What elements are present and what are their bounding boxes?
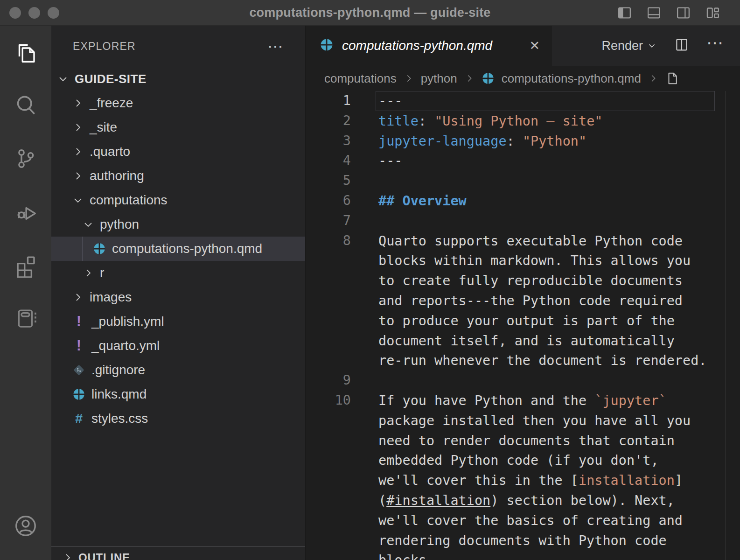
tab-computations-python-qmd[interactable]: computations-python.qmd ✕ bbox=[306, 26, 552, 66]
code-line[interactable]: 1--- bbox=[306, 91, 740, 111]
notebook-icon[interactable] bbox=[13, 306, 38, 331]
tree-item-site[interactable]: _site bbox=[51, 115, 305, 140]
chevron-right-icon bbox=[62, 552, 74, 560]
tree-item-styles-css[interactable]: #styles.css bbox=[51, 406, 305, 431]
toggle-panel-icon[interactable] bbox=[645, 4, 663, 21]
tree-item-r[interactable]: r bbox=[51, 261, 305, 285]
code-line[interactable]: we'll cover this in the [installation] bbox=[306, 470, 740, 490]
line-number bbox=[306, 531, 351, 551]
outline-label: OUTLINE bbox=[78, 551, 130, 560]
code-line-text: If you have Python and the `jupyter` bbox=[376, 391, 715, 411]
tree-item-computations-python-qmd[interactable]: computations-python.qmd bbox=[51, 237, 305, 261]
tree-item-gitignore[interactable]: .gitignore bbox=[51, 358, 305, 382]
breadcrumb-file[interactable]: computations-python.qmd bbox=[502, 71, 641, 86]
code-editor[interactable]: 1---2title: "Using Python — site"3jupyte… bbox=[306, 91, 740, 560]
code-line-text: we'll cover the basics of creating and bbox=[376, 511, 715, 531]
tree-item-label: images bbox=[90, 290, 132, 305]
code-line[interactable]: and reports---the Python code required bbox=[306, 291, 740, 311]
line-number bbox=[306, 271, 351, 291]
wrap-column-ruler bbox=[725, 91, 726, 560]
code-line-text: package installed then you have all you bbox=[376, 411, 715, 431]
tree-item-label: _publish.yml bbox=[91, 314, 164, 329]
tree-item-label: _freeze bbox=[90, 96, 133, 111]
split-editor-icon[interactable] bbox=[674, 37, 690, 55]
tree-item-label: .gitignore bbox=[91, 363, 145, 378]
code-line[interactable]: need to render documents that contain bbox=[306, 431, 740, 451]
search-icon[interactable] bbox=[13, 93, 38, 118]
code-line-text: (#installation) section below). Next, bbox=[376, 490, 715, 511]
line-number: 5 bbox=[306, 171, 351, 191]
code-line-text: and reports---the Python code required bbox=[376, 291, 715, 311]
code-line[interactable]: 3jupyter-language: "Python" bbox=[306, 131, 740, 151]
close-tab-icon[interactable]: ✕ bbox=[529, 38, 540, 53]
code-line[interactable]: embedded Python code (if you don't, bbox=[306, 450, 740, 470]
render-button[interactable]: Render bbox=[601, 39, 657, 53]
tree-item-authoring[interactable]: authoring bbox=[51, 164, 305, 188]
extensions-icon[interactable] bbox=[13, 252, 38, 278]
tree-item-python[interactable]: python bbox=[51, 212, 305, 237]
line-number: 4 bbox=[306, 151, 351, 171]
line-number bbox=[306, 251, 351, 271]
code-line[interactable]: (#installation) section below). Next, bbox=[306, 490, 740, 511]
code-line[interactable]: 9 bbox=[306, 371, 740, 391]
code-line-text: re-run whenever the document is rendered… bbox=[376, 350, 715, 371]
breadcrumb-folder[interactable]: python bbox=[421, 71, 457, 86]
chevron-right-icon bbox=[464, 73, 475, 84]
tree-item-quarto-yml[interactable]: !_quarto.yml bbox=[51, 334, 305, 358]
code-line[interactable]: blocks within markdown. This allows you bbox=[306, 251, 740, 271]
code-line[interactable]: 7 bbox=[306, 211, 740, 231]
code-line[interactable]: we'll cover the basics of creating and bbox=[306, 511, 740, 531]
code-line[interactable]: package installed then you have all you bbox=[306, 411, 740, 431]
chevron-right-icon bbox=[82, 267, 94, 279]
line-number bbox=[306, 350, 351, 371]
code-line-text: need to render documents that contain bbox=[376, 431, 715, 451]
code-line[interactable]: 8Quarto supports executable Python code bbox=[306, 231, 740, 251]
code-line[interactable]: re-run whenever the document is rendered… bbox=[306, 350, 740, 371]
line-number: 7 bbox=[306, 211, 351, 231]
tree-item-links-qmd[interactable]: links.qmd bbox=[51, 382, 305, 406]
code-line[interactable]: 4--- bbox=[306, 151, 740, 171]
chevron-right-icon bbox=[72, 291, 84, 303]
account-icon[interactable] bbox=[13, 513, 38, 539]
tree-item-label: computations bbox=[90, 193, 168, 208]
tree-item-label: .quarto bbox=[90, 144, 130, 159]
run-debug-icon[interactable] bbox=[13, 199, 38, 224]
tree-item-quarto[interactable]: .quarto bbox=[51, 140, 305, 164]
tab-label: computations-python.qmd bbox=[342, 38, 521, 53]
code-line-text: embedded Python code (if you don't, bbox=[376, 450, 715, 470]
breadcrumb-folder[interactable]: computations bbox=[324, 71, 397, 86]
code-line[interactable]: to create fully reproducible documents bbox=[306, 271, 740, 291]
code-line[interactable]: to produce your output is part of the bbox=[306, 311, 740, 331]
line-number bbox=[306, 470, 351, 490]
tree-item-computations[interactable]: computations bbox=[51, 188, 305, 212]
tree-item-guide-site[interactable]: GUIDE-SITE bbox=[51, 67, 305, 91]
line-number bbox=[306, 331, 351, 351]
code-line[interactable]: rendering documents with Python code bbox=[306, 531, 740, 551]
code-line-text: --- bbox=[376, 151, 715, 171]
line-number bbox=[306, 311, 351, 331]
code-line[interactable]: blocks. bbox=[306, 550, 740, 560]
explorer-more-actions-icon[interactable]: ⋯ bbox=[267, 38, 285, 54]
editor-more-actions-icon[interactable]: ⋯ bbox=[706, 35, 724, 51]
customize-layout-icon[interactable] bbox=[704, 4, 721, 21]
code-line[interactable]: 6## Overview bbox=[306, 191, 740, 211]
code-line[interactable]: document itself, and is automatically bbox=[306, 331, 740, 351]
tree-item-freeze[interactable]: _freeze bbox=[51, 91, 305, 115]
chevron-right-icon bbox=[72, 121, 84, 133]
toggle-primary-sidebar-icon[interactable] bbox=[616, 4, 633, 21]
code-line[interactable]: 10If you have Python and the `jupyter` bbox=[306, 391, 740, 411]
code-line[interactable]: 5 bbox=[306, 171, 740, 191]
chevron-down-icon bbox=[647, 41, 657, 51]
code-line[interactable]: 2title: "Using Python — site" bbox=[306, 111, 740, 131]
tree-item-images[interactable]: images bbox=[51, 285, 305, 309]
outline-section-header[interactable]: OUTLINE bbox=[51, 546, 305, 560]
tree-item-label: r bbox=[100, 266, 104, 280]
toggle-secondary-sidebar-icon[interactable] bbox=[675, 4, 692, 21]
code-line-text: blocks within markdown. This allows you bbox=[376, 251, 715, 271]
tree-item-publish-yml[interactable]: !_publish.yml bbox=[51, 309, 305, 334]
explorer-icon[interactable] bbox=[13, 40, 38, 65]
code-line-text bbox=[376, 211, 715, 231]
code-line-text: we'll cover this in the [installation] bbox=[376, 470, 715, 490]
quarto-file-icon bbox=[482, 72, 495, 85]
source-control-icon[interactable] bbox=[13, 146, 38, 171]
